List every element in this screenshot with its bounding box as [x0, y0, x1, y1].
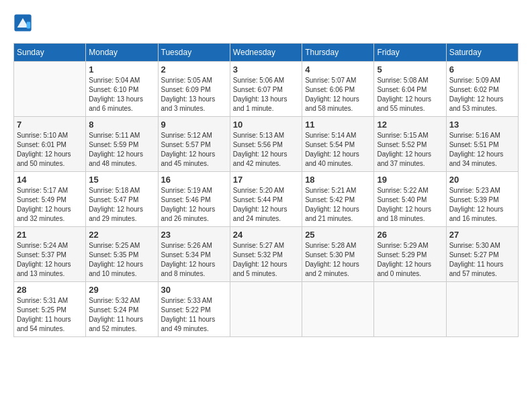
day-info: Sunrise: 5:21 AM Sunset: 5:42 PM Dayligh…	[305, 186, 371, 224]
day-info: Sunrise: 5:26 AM Sunset: 5:34 PM Dayligh…	[161, 241, 227, 279]
header-cell-tuesday: Tuesday	[158, 44, 230, 62]
calendar-cell: 15Sunrise: 5:18 AM Sunset: 5:47 PM Dayli…	[86, 172, 158, 227]
calendar-cell: 20Sunrise: 5:23 AM Sunset: 5:39 PM Dayli…	[446, 172, 518, 227]
day-info: Sunrise: 5:20 AM Sunset: 5:44 PM Dayligh…	[233, 186, 299, 224]
day-number: 22	[89, 230, 154, 240]
day-number: 27	[449, 230, 515, 240]
day-number: 1	[89, 64, 154, 75]
day-info: Sunrise: 5:25 AM Sunset: 5:35 PM Dayligh…	[89, 241, 154, 279]
calendar-cell: 12Sunrise: 5:15 AM Sunset: 5:52 PM Dayli…	[374, 117, 446, 172]
day-number: 28	[17, 285, 83, 295]
day-info: Sunrise: 5:29 AM Sunset: 5:29 PM Dayligh…	[377, 241, 443, 279]
calendar-cell: 23Sunrise: 5:26 AM Sunset: 5:34 PM Dayli…	[158, 227, 230, 282]
calendar-cell: 25Sunrise: 5:28 AM Sunset: 5:30 PM Dayli…	[302, 227, 374, 282]
calendar-cell: 24Sunrise: 5:27 AM Sunset: 5:32 PM Dayli…	[230, 227, 302, 282]
day-info: Sunrise: 5:27 AM Sunset: 5:32 PM Dayligh…	[233, 241, 299, 279]
day-info: Sunrise: 5:19 AM Sunset: 5:46 PM Dayligh…	[161, 186, 227, 224]
header-cell-monday: Monday	[86, 44, 158, 62]
logo-icon	[13, 13, 32, 32]
day-number: 10	[233, 120, 299, 130]
day-info: Sunrise: 5:28 AM Sunset: 5:30 PM Dayligh…	[305, 241, 371, 279]
calendar-week-4: 21Sunrise: 5:24 AM Sunset: 5:37 PM Dayli…	[14, 227, 519, 282]
calendar-cell	[374, 282, 446, 337]
day-number: 17	[233, 175, 299, 185]
calendar-cell: 18Sunrise: 5:21 AM Sunset: 5:42 PM Dayli…	[302, 172, 374, 227]
day-number: 19	[377, 175, 443, 185]
calendar-cell: 9Sunrise: 5:12 AM Sunset: 5:57 PM Daylig…	[158, 117, 230, 172]
calendar-cell: 3Sunrise: 5:06 AM Sunset: 6:07 PM Daylig…	[230, 62, 302, 117]
header-cell-sunday: Sunday	[14, 44, 86, 62]
calendar-cell: 19Sunrise: 5:22 AM Sunset: 5:40 PM Dayli…	[374, 172, 446, 227]
day-info: Sunrise: 5:04 AM Sunset: 6:10 PM Dayligh…	[89, 76, 154, 113]
day-info: Sunrise: 5:11 AM Sunset: 5:59 PM Dayligh…	[89, 131, 154, 169]
day-info: Sunrise: 5:16 AM Sunset: 5:51 PM Dayligh…	[449, 131, 515, 169]
calendar-cell: 14Sunrise: 5:17 AM Sunset: 5:49 PM Dayli…	[14, 172, 86, 227]
day-info: Sunrise: 5:13 AM Sunset: 5:56 PM Dayligh…	[233, 131, 299, 169]
page-header	[13, 13, 519, 32]
calendar-cell	[446, 282, 518, 337]
day-number: 11	[305, 120, 371, 130]
calendar-cell: 21Sunrise: 5:24 AM Sunset: 5:37 PM Dayli…	[14, 227, 86, 282]
calendar-cell: 13Sunrise: 5:16 AM Sunset: 5:51 PM Dayli…	[446, 117, 518, 172]
calendar-cell: 1Sunrise: 5:04 AM Sunset: 6:10 PM Daylig…	[86, 62, 158, 117]
day-info: Sunrise: 5:17 AM Sunset: 5:49 PM Dayligh…	[17, 186, 83, 224]
day-number: 14	[17, 175, 83, 185]
calendar-cell	[302, 282, 374, 337]
calendar-header: SundayMondayTuesdayWednesdayThursdayFrid…	[14, 44, 519, 62]
calendar-cell: 30Sunrise: 5:33 AM Sunset: 5:22 PM Dayli…	[158, 282, 230, 337]
day-info: Sunrise: 5:31 AM Sunset: 5:25 PM Dayligh…	[17, 296, 83, 334]
day-number: 16	[161, 175, 227, 185]
header-cell-thursday: Thursday	[302, 44, 374, 62]
day-number: 30	[161, 285, 227, 295]
calendar-cell: 11Sunrise: 5:14 AM Sunset: 5:54 PM Dayli…	[302, 117, 374, 172]
day-info: Sunrise: 5:30 AM Sunset: 5:27 PM Dayligh…	[449, 241, 515, 279]
day-info: Sunrise: 5:32 AM Sunset: 5:24 PM Dayligh…	[89, 296, 154, 334]
calendar-cell	[230, 282, 302, 337]
day-number: 29	[89, 285, 154, 295]
day-number: 4	[305, 64, 371, 75]
day-info: Sunrise: 5:07 AM Sunset: 6:06 PM Dayligh…	[305, 76, 371, 113]
calendar-cell	[14, 62, 86, 117]
day-number: 21	[17, 230, 83, 240]
day-info: Sunrise: 5:14 AM Sunset: 5:54 PM Dayligh…	[305, 131, 371, 169]
day-number: 7	[17, 120, 83, 130]
day-number: 25	[305, 230, 371, 240]
svg-rect-2	[27, 22, 31, 29]
calendar-cell: 16Sunrise: 5:19 AM Sunset: 5:46 PM Dayli…	[158, 172, 230, 227]
day-info: Sunrise: 5:23 AM Sunset: 5:39 PM Dayligh…	[449, 186, 515, 224]
day-number: 6	[449, 64, 515, 75]
header-cell-saturday: Saturday	[446, 44, 518, 62]
day-number: 24	[233, 230, 299, 240]
day-info: Sunrise: 5:05 AM Sunset: 6:09 PM Dayligh…	[161, 76, 227, 113]
header-cell-wednesday: Wednesday	[230, 44, 302, 62]
calendar-week-2: 7Sunrise: 5:10 AM Sunset: 6:01 PM Daylig…	[14, 117, 519, 172]
calendar-cell: 26Sunrise: 5:29 AM Sunset: 5:29 PM Dayli…	[374, 227, 446, 282]
day-number: 9	[161, 120, 227, 130]
calendar-cell: 2Sunrise: 5:05 AM Sunset: 6:09 PM Daylig…	[158, 62, 230, 117]
day-info: Sunrise: 5:22 AM Sunset: 5:40 PM Dayligh…	[377, 186, 443, 224]
day-number: 26	[377, 230, 443, 240]
day-number: 8	[89, 120, 154, 130]
day-number: 2	[161, 64, 227, 75]
calendar-week-5: 28Sunrise: 5:31 AM Sunset: 5:25 PM Dayli…	[14, 282, 519, 337]
day-number: 20	[449, 175, 515, 185]
day-number: 18	[305, 175, 371, 185]
day-info: Sunrise: 5:09 AM Sunset: 6:02 PM Dayligh…	[449, 76, 515, 113]
day-number: 12	[377, 120, 443, 130]
day-number: 15	[89, 175, 154, 185]
day-info: Sunrise: 5:33 AM Sunset: 5:22 PM Dayligh…	[161, 296, 227, 334]
calendar-week-1: 1Sunrise: 5:04 AM Sunset: 6:10 PM Daylig…	[14, 62, 519, 117]
calendar-cell: 29Sunrise: 5:32 AM Sunset: 5:24 PM Dayli…	[86, 282, 158, 337]
day-info: Sunrise: 5:12 AM Sunset: 5:57 PM Dayligh…	[161, 131, 227, 169]
logo	[13, 13, 35, 32]
calendar-cell: 4Sunrise: 5:07 AM Sunset: 6:06 PM Daylig…	[302, 62, 374, 117]
calendar-cell: 7Sunrise: 5:10 AM Sunset: 6:01 PM Daylig…	[14, 117, 86, 172]
calendar-body: 1Sunrise: 5:04 AM Sunset: 6:10 PM Daylig…	[14, 62, 519, 337]
calendar-cell: 6Sunrise: 5:09 AM Sunset: 6:02 PM Daylig…	[446, 62, 518, 117]
day-number: 23	[161, 230, 227, 240]
calendar-week-3: 14Sunrise: 5:17 AM Sunset: 5:49 PM Dayli…	[14, 172, 519, 227]
day-number: 5	[377, 64, 443, 75]
day-info: Sunrise: 5:24 AM Sunset: 5:37 PM Dayligh…	[17, 241, 83, 279]
day-info: Sunrise: 5:18 AM Sunset: 5:47 PM Dayligh…	[89, 186, 154, 224]
header-cell-friday: Friday	[374, 44, 446, 62]
